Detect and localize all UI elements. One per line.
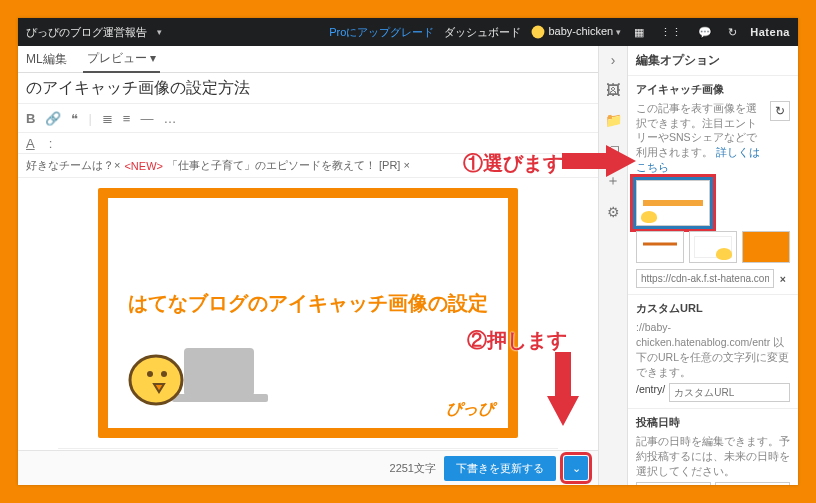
arrow-down-icon: [547, 352, 579, 426]
divider-icon: :: [49, 136, 53, 151]
speech-icon[interactable]: 💬: [695, 26, 715, 39]
publish-datetime-section: 投稿日時 記事の日時を編集できます。予約投稿するには、未来の日時を選択してくださ…: [628, 409, 798, 485]
sidebar-tool-strip: › 🖼 📁 🏷 ＋ ⚙: [598, 46, 627, 485]
eyecatch-signature: ぴっぴ: [446, 399, 494, 420]
settings-tool-icon[interactable]: ⚙: [607, 204, 620, 220]
tag-item[interactable]: 好きなチームは？×: [26, 158, 120, 173]
ordered-list-button[interactable]: ≡: [123, 111, 131, 126]
eyecatch-preview-card: はてなブログのアイキャッチ画像の設定 ぴっぴ: [98, 188, 518, 438]
refresh-icon: ↻: [775, 104, 785, 118]
blog-title[interactable]: ぴっぴのブログ運営報告: [26, 25, 147, 40]
more-format-button[interactable]: …: [163, 111, 176, 126]
refresh-top-icon[interactable]: ↻: [725, 26, 740, 39]
refresh-thumbnails-button[interactable]: ↻: [770, 101, 790, 121]
svg-point-5: [161, 371, 167, 377]
custom-url-hint: ://baby-chicken.hatenablog.com/entr 以下のU…: [636, 320, 790, 379]
hr-button[interactable]: —: [140, 111, 153, 126]
collapse-panel-icon[interactable]: ›: [611, 52, 616, 68]
user-avatar-icon: [531, 25, 545, 39]
quote-button[interactable]: ❝: [71, 111, 78, 126]
clear-url-button[interactable]: ×: [776, 273, 790, 285]
hatena-logo[interactable]: Hatena: [750, 26, 790, 38]
arrow-right-icon: [562, 145, 636, 177]
svg-rect-2: [172, 394, 268, 402]
svg-marker-8: [547, 352, 579, 426]
character-count: 2251文字: [390, 461, 436, 476]
user-name: baby-chicken: [548, 25, 613, 37]
image-tool-icon[interactable]: 🖼: [606, 82, 620, 98]
tab-preview[interactable]: プレビュー ▾: [83, 46, 160, 73]
svg-point-0: [532, 26, 545, 39]
custom-url-section: カスタムURL ://baby-chicken.hatenablog.com/e…: [628, 295, 798, 409]
user-menu[interactable]: baby-chicken ▾: [531, 25, 621, 39]
publish-hint: 記事の日時を編集できます。予約投稿するには、未来の日時を選択してください。: [636, 434, 790, 478]
eyecatch-thumb[interactable]: [636, 231, 684, 263]
options-panel-header: 編集オプション: [628, 46, 798, 76]
bold-button[interactable]: B: [26, 111, 35, 126]
eyecatch-section-title: アイキャッチ画像: [636, 82, 790, 97]
unordered-list-button[interactable]: ≣: [102, 111, 113, 126]
blog-title-caret-icon[interactable]: ▾: [157, 27, 162, 37]
editor-mode-tabs: ML編集 プレビュー ▾: [18, 46, 598, 73]
custom-url-input[interactable]: [669, 383, 790, 402]
format-toolbar: B 🔗 ❝ | ≣ ≡ — …: [18, 104, 598, 133]
link-button[interactable]: 🔗: [45, 111, 61, 126]
chick-illustration: [128, 328, 268, 418]
chevron-down-icon: ▾: [150, 51, 156, 65]
eyecatch-image-url-input[interactable]: [636, 269, 774, 288]
preview-area: はてなブログのアイキャッチ画像の設定 ぴっぴ: [18, 178, 598, 450]
publish-section-title: 投稿日時: [636, 415, 790, 430]
grid-apps-icon[interactable]: ▦: [631, 26, 647, 39]
eyecatch-thumb[interactable]: [742, 231, 790, 263]
tag-item[interactable]: 「仕事と子育て」のエピソードを教えて！ [PR] ×: [167, 158, 410, 173]
svg-point-4: [147, 371, 153, 377]
publish-time-input[interactable]: [715, 482, 790, 485]
custom-url-title: カスタムURL: [636, 301, 790, 316]
apps-menu-icon[interactable]: ⋮⋮: [657, 26, 685, 39]
save-dropdown-button[interactable]: ⌄: [564, 456, 588, 480]
dashboard-link[interactable]: ダッシュボード: [444, 25, 521, 40]
post-title-input[interactable]: [18, 73, 598, 104]
eyecatch-thumb[interactable]: [689, 231, 737, 263]
svg-point-3: [130, 356, 182, 404]
text-size-button[interactable]: A: [26, 136, 35, 151]
edit-options-panel: 編集オプション アイキャッチ画像 この記事を表す画像を選択できます。注目エントリ…: [627, 46, 798, 485]
tag-new-label: <NEW>: [124, 160, 163, 172]
annotation-step2: ②押します: [467, 327, 567, 354]
eyecatch-section: アイキャッチ画像 この記事を表す画像を選択できます。注目エントリーやSNSシェア…: [628, 76, 798, 295]
custom-url-prefix: /entry/: [636, 383, 665, 402]
editor-column: ML編集 プレビュー ▾ B 🔗 ❝ | ≣ ≡ — …: [18, 46, 598, 485]
pro-upgrade-link[interactable]: Proにアップグレード: [329, 25, 434, 40]
folder-tool-icon[interactable]: 📁: [605, 112, 622, 128]
save-draft-button[interactable]: 下書きを更新する: [444, 456, 556, 481]
chevron-down-icon: ⌄: [572, 462, 581, 475]
svg-rect-1: [184, 348, 254, 396]
eyecatch-headline: はてなブログのアイキャッチ画像の設定: [128, 290, 488, 317]
app-topbar: ぴっぴのブログ運営報告 ▾ Proにアップグレード ダッシュボード baby-c…: [18, 18, 798, 46]
eyecatch-hint: この記事を表す画像を選択できます。注目エントリーやSNSシェアなどで利用されます…: [636, 101, 766, 174]
annotation-step1: ①選びます: [463, 150, 563, 177]
svg-marker-7: [562, 145, 636, 177]
editor-footer: 2251文字 下書きを更新する ⌄: [18, 450, 598, 485]
eyecatch-thumb-selected[interactable]: [636, 180, 710, 226]
tab-html-edit[interactable]: ML編集: [22, 47, 71, 72]
publish-date-input[interactable]: [636, 482, 711, 485]
